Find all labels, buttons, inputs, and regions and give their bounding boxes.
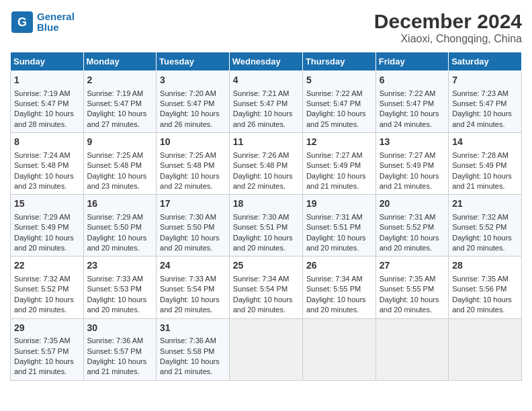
day-cell: 4Sunrise: 7:21 AMSunset: 5:47 PMDaylight… <box>229 71 302 133</box>
day-number: 25 <box>233 259 299 273</box>
day-number: 28 <box>452 259 518 273</box>
daylight-label: Daylight: 10 hours and 21 minutes. <box>380 172 439 190</box>
day-cell: 20Sunrise: 7:31 AMSunset: 5:52 PMDayligh… <box>375 195 448 257</box>
day-number: 13 <box>380 136 445 149</box>
daylight-label: Daylight: 10 hours and 22 minutes. <box>233 172 293 190</box>
day-cell: 1Sunrise: 7:19 AMSunset: 5:47 PMDaylight… <box>11 71 84 133</box>
sunset-label: Sunset: 5:48 PM <box>160 161 214 169</box>
daylight-label: Daylight: 10 hours and 20 minutes. <box>14 295 74 314</box>
day-number: 31 <box>160 322 226 335</box>
daylight-label: Daylight: 10 hours and 21 minutes. <box>14 357 74 375</box>
day-cell: 2Sunrise: 7:19 AMSunset: 5:47 PMDaylight… <box>83 71 157 133</box>
sunrise-label: Sunrise: 7:35 AM <box>380 275 436 283</box>
logo-line1: General <box>37 11 75 23</box>
sunset-label: Sunset: 5:52 PM <box>452 223 506 231</box>
sunset-label: Sunset: 5:49 PM <box>452 161 506 169</box>
sunrise-label: Sunrise: 7:23 AM <box>452 89 508 97</box>
daylight-label: Daylight: 10 hours and 20 minutes. <box>380 234 439 252</box>
col-tuesday: Tuesday <box>157 52 230 71</box>
day-number: 12 <box>306 136 372 149</box>
sunrise-label: Sunrise: 7:19 AM <box>14 89 71 97</box>
day-cell: 7Sunrise: 7:23 AMSunset: 5:47 PMDaylight… <box>449 71 522 133</box>
daylight-label: Daylight: 10 hours and 20 minutes. <box>14 234 74 252</box>
sunrise-label: Sunrise: 7:27 AM <box>306 151 363 159</box>
logo-icon: G <box>10 10 34 34</box>
sunset-label: Sunset: 5:51 PM <box>306 223 361 231</box>
day-cell: 11Sunrise: 7:26 AMSunset: 5:48 PMDayligh… <box>229 133 302 195</box>
daylight-label: Daylight: 10 hours and 26 minutes. <box>233 109 293 128</box>
empty-cell <box>229 318 302 380</box>
daylight-label: Daylight: 10 hours and 20 minutes. <box>87 234 147 252</box>
day-cell: 31Sunrise: 7:36 AMSunset: 5:58 PMDayligh… <box>157 318 230 380</box>
calendar-week-row: 1Sunrise: 7:19 AMSunset: 5:47 PMDaylight… <box>11 71 522 133</box>
sunset-label: Sunset: 5:47 PM <box>380 99 434 107</box>
sunset-label: Sunset: 5:47 PM <box>160 99 214 107</box>
sunset-label: Sunset: 5:57 PM <box>87 347 142 355</box>
daylight-label: Daylight: 10 hours and 20 minutes. <box>233 295 293 314</box>
day-number: 4 <box>233 74 299 87</box>
day-cell: 15Sunrise: 7:29 AMSunset: 5:49 PMDayligh… <box>11 195 84 257</box>
sunrise-label: Sunrise: 7:25 AM <box>87 151 144 159</box>
sunset-label: Sunset: 5:52 PM <box>14 285 69 293</box>
day-cell: 13Sunrise: 7:27 AMSunset: 5:49 PMDayligh… <box>375 133 448 195</box>
day-number: 11 <box>233 136 299 149</box>
day-cell: 23Sunrise: 7:33 AMSunset: 5:53 PMDayligh… <box>83 257 157 318</box>
day-number: 2 <box>87 74 153 87</box>
sunset-label: Sunset: 5:47 PM <box>14 99 69 107</box>
empty-cell <box>375 318 448 380</box>
sunset-label: Sunset: 5:47 PM <box>233 99 287 107</box>
sunrise-label: Sunrise: 7:32 AM <box>14 275 71 283</box>
sunset-label: Sunset: 5:58 PM <box>160 347 214 355</box>
daylight-label: Daylight: 10 hours and 23 minutes. <box>87 172 147 190</box>
daylight-label: Daylight: 10 hours and 20 minutes. <box>87 295 147 314</box>
daylight-label: Daylight: 10 hours and 21 minutes. <box>452 172 512 190</box>
sunrise-label: Sunrise: 7:33 AM <box>87 275 144 283</box>
day-cell: 17Sunrise: 7:30 AMSunset: 5:50 PMDayligh… <box>157 195 230 257</box>
day-number: 19 <box>306 197 372 211</box>
daylight-label: Daylight: 10 hours and 25 minutes. <box>306 109 366 128</box>
calendar-header-row: Sunday Monday Tuesday Wednesday Thursday… <box>11 52 522 71</box>
day-cell: 28Sunrise: 7:35 AMSunset: 5:56 PMDayligh… <box>449 257 522 318</box>
day-number: 15 <box>14 197 80 211</box>
calendar-week-row: 29Sunrise: 7:35 AMSunset: 5:57 PMDayligh… <box>11 318 522 380</box>
title-block: December 2024 Xiaoxi, Chongqing, China <box>374 10 522 45</box>
page-header: G General Blue December 2024 Xiaoxi, Cho… <box>10 10 522 45</box>
sunrise-label: Sunrise: 7:35 AM <box>14 336 71 345</box>
sunset-label: Sunset: 5:49 PM <box>306 161 361 169</box>
daylight-label: Daylight: 10 hours and 23 minutes. <box>14 172 74 190</box>
daylight-label: Daylight: 10 hours and 24 minutes. <box>380 109 439 128</box>
day-cell: 14Sunrise: 7:28 AMSunset: 5:49 PMDayligh… <box>449 133 522 195</box>
daylight-label: Daylight: 10 hours and 28 minutes. <box>14 109 74 128</box>
day-number: 1 <box>14 74 80 87</box>
sunrise-label: Sunrise: 7:22 AM <box>306 89 363 97</box>
sunrise-label: Sunrise: 7:25 AM <box>160 151 216 159</box>
day-cell: 18Sunrise: 7:30 AMSunset: 5:51 PMDayligh… <box>229 195 302 257</box>
daylight-label: Daylight: 10 hours and 26 minutes. <box>160 109 220 128</box>
daylight-label: Daylight: 10 hours and 20 minutes. <box>233 234 293 252</box>
daylight-label: Daylight: 10 hours and 27 minutes. <box>87 109 147 128</box>
sunrise-label: Sunrise: 7:27 AM <box>380 151 436 159</box>
calendar-week-row: 15Sunrise: 7:29 AMSunset: 5:49 PMDayligh… <box>11 195 522 257</box>
day-cell: 10Sunrise: 7:25 AMSunset: 5:48 PMDayligh… <box>157 133 230 195</box>
sunset-label: Sunset: 5:47 PM <box>306 99 361 107</box>
sunset-label: Sunset: 5:48 PM <box>233 161 287 169</box>
day-cell: 29Sunrise: 7:35 AMSunset: 5:57 PMDayligh… <box>11 318 84 380</box>
sunset-label: Sunset: 5:55 PM <box>380 285 434 293</box>
day-cell: 3Sunrise: 7:20 AMSunset: 5:47 PMDaylight… <box>157 71 230 133</box>
subtitle: Xiaoxi, Chongqing, China <box>374 33 522 45</box>
day-number: 17 <box>160 197 226 211</box>
sunrise-label: Sunrise: 7:20 AM <box>160 89 216 97</box>
sunrise-label: Sunrise: 7:36 AM <box>87 336 144 345</box>
main-title: December 2024 <box>374 10 522 33</box>
day-number: 23 <box>87 259 153 273</box>
day-number: 14 <box>452 136 518 149</box>
sunrise-label: Sunrise: 7:31 AM <box>306 213 363 221</box>
day-number: 8 <box>14 136 80 149</box>
day-cell: 27Sunrise: 7:35 AMSunset: 5:55 PMDayligh… <box>375 257 448 318</box>
daylight-label: Daylight: 10 hours and 20 minutes. <box>380 295 439 314</box>
col-friday: Friday <box>375 52 448 71</box>
sunset-label: Sunset: 5:47 PM <box>87 99 142 107</box>
day-cell: 22Sunrise: 7:32 AMSunset: 5:52 PMDayligh… <box>11 257 84 318</box>
empty-cell <box>302 318 375 380</box>
day-number: 7 <box>452 74 518 87</box>
